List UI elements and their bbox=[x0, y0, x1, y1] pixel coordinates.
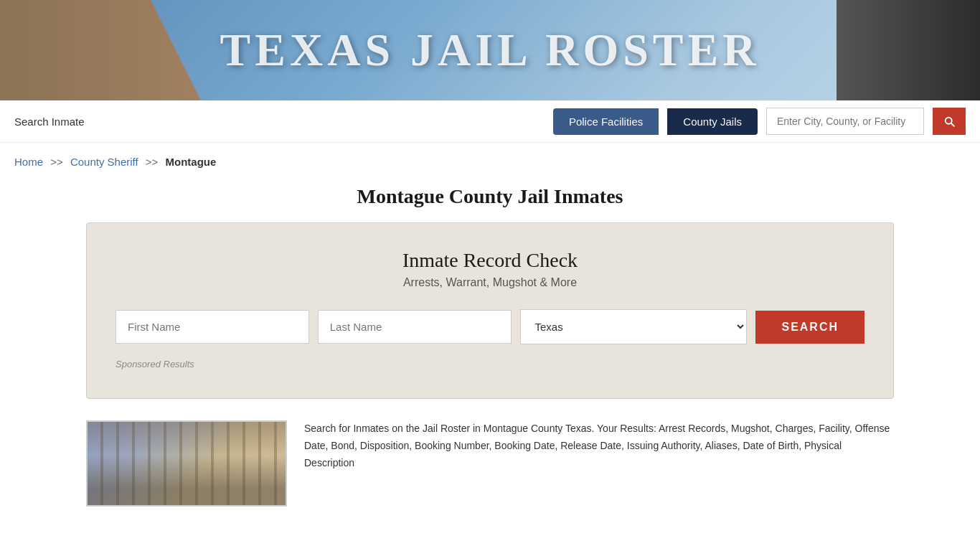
police-facilities-button[interactable]: Police Facilities bbox=[553, 108, 659, 135]
facility-search-input[interactable] bbox=[766, 108, 924, 135]
header-banner: Texas Jail Roster bbox=[0, 0, 980, 100]
record-check-box: Inmate Record Check Arrests, Warrant, Mu… bbox=[86, 222, 894, 399]
county-jails-button[interactable]: County Jails bbox=[667, 108, 758, 135]
breadcrumb-sep1: >> bbox=[50, 156, 63, 168]
breadcrumb-home-link[interactable]: Home bbox=[14, 156, 43, 168]
record-check-title: Inmate Record Check bbox=[116, 249, 864, 272]
breadcrumb-county-sheriff-link[interactable]: County Sheriff bbox=[70, 156, 138, 168]
sponsored-results-label: Sponsored Results bbox=[116, 359, 864, 369]
facility-search-button[interactable] bbox=[933, 108, 966, 135]
bottom-section: Search for Inmates on the Jail Roster in… bbox=[0, 420, 980, 528]
page-title-section: Montague County Jail Inmates bbox=[0, 175, 980, 222]
nav-bar: Search Inmate Police Facilities County J… bbox=[0, 100, 980, 143]
site-title: Texas Jail Roster bbox=[220, 24, 760, 77]
last-name-input[interactable] bbox=[318, 310, 512, 344]
breadcrumb-current: Montague bbox=[166, 156, 217, 168]
breadcrumb-sep2: >> bbox=[146, 156, 159, 168]
record-check-form: AlabamaAlaskaArizonaArkansasCaliforniaCo… bbox=[116, 309, 864, 344]
search-inmate-label: Search Inmate bbox=[14, 116, 85, 128]
page-title: Montague County Jail Inmates bbox=[14, 185, 966, 208]
state-select[interactable]: AlabamaAlaskaArizonaArkansasCaliforniaCo… bbox=[520, 309, 748, 344]
search-button[interactable]: SEARCH bbox=[755, 311, 864, 344]
search-icon bbox=[943, 115, 956, 128]
first-name-input[interactable] bbox=[116, 310, 309, 344]
description-text: Search for Inmates on the Jail Roster in… bbox=[304, 420, 894, 471]
breadcrumb: Home >> County Sheriff >> Montague bbox=[0, 143, 980, 175]
record-check-subtitle: Arrests, Warrant, Mugshot & More bbox=[116, 276, 864, 289]
jail-image bbox=[86, 420, 287, 507]
